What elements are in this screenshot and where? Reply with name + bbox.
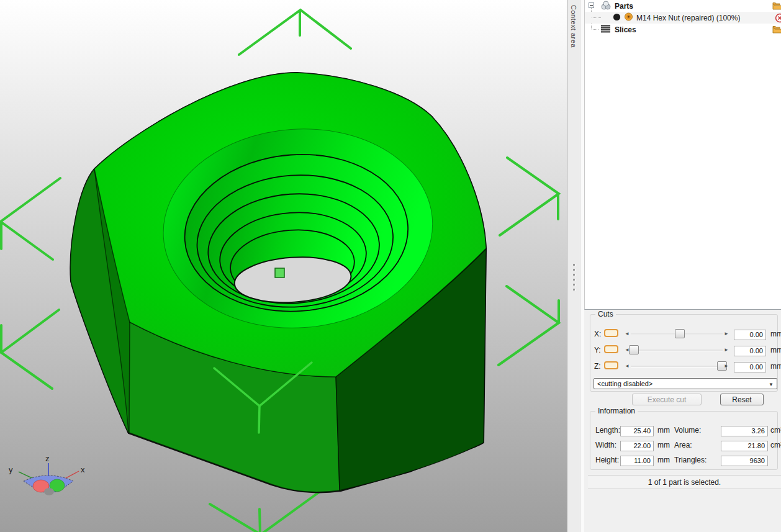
volume-value[interactable] (721, 426, 768, 436)
slices-group-label: Slices (615, 25, 636, 34)
width-unit: mm (657, 441, 670, 449)
splitter-grip[interactable] (573, 264, 575, 291)
tree-row-slices[interactable]: Slices (585, 24, 781, 35)
pivot-marker[interactable] (275, 268, 284, 277)
y-cut-unit: mm (770, 346, 781, 354)
parts-tree[interactable]: Parts (584, 0, 781, 310)
execute-cut-button[interactable]: Execute cut (632, 394, 702, 405)
context-area-strip: Context area (567, 0, 584, 532)
cut-row-y: Y: ◄ ► mm (590, 345, 777, 356)
triangles-label: Triangles: (674, 456, 707, 464)
part-selected-dot-icon[interactable] (613, 13, 621, 23)
z-slider-right-arrow-icon[interactable]: ► (724, 363, 729, 369)
z-axis-label: Z: (594, 362, 601, 371)
parts-group-icon (600, 1, 612, 12)
info-row-2: Width: mm Area: cm² (590, 440, 777, 450)
cutting-mode-value: <cutting disabled> (597, 380, 652, 387)
x-slider-thumb[interactable] (675, 329, 685, 338)
tree-expander-minus-icon[interactable] (589, 2, 594, 8)
cut-row-z: Z: ◄ ► mm (590, 361, 777, 372)
information-title: Information (595, 407, 638, 415)
right-panel: Parts (584, 0, 781, 532)
length-value[interactable] (620, 426, 654, 436)
x-axis-label: X: (594, 330, 601, 338)
3d-viewport[interactable]: z y x (0, 0, 567, 532)
x-cut-unit: mm (770, 330, 781, 338)
cuts-groupbox: Cuts X: ◄ ► mm Y: ◄ (590, 314, 778, 392)
part-visibility-eye-icon[interactable] (624, 12, 633, 23)
z-cut-slider[interactable]: ◄ ► (623, 361, 730, 372)
context-area-label: Context area (570, 5, 577, 48)
information-groupbox: Information Length: mm Volume: cm³ Width… (590, 411, 778, 470)
tree-row-parts[interactable]: Parts (585, 0, 781, 12)
area-value[interactable] (721, 441, 768, 451)
z-cut-value-input[interactable] (734, 362, 766, 372)
y-slider-track[interactable] (631, 349, 723, 351)
chevron-down-icon: ▼ (769, 382, 774, 387)
axis-label-y: y (9, 465, 13, 474)
selection-status-text: 1 of 1 part is selected. (648, 478, 721, 487)
info-row-1: Length: mm Volume: cm³ (590, 425, 777, 435)
volume-label: Volume: (674, 426, 701, 435)
x-cut-slider[interactable]: ◄ ► (623, 328, 730, 340)
area-label: Area: (674, 441, 692, 449)
x-slider-right-arrow-icon[interactable]: ► (724, 331, 729, 337)
x-slider-left-arrow-icon[interactable]: ◄ (625, 331, 630, 337)
z-slider-track[interactable] (631, 366, 723, 367)
netfabb-window: z y x Context area Parts (0, 0, 781, 532)
z-cut-toggle[interactable] (604, 361, 618, 369)
tree-row-part-item[interactable]: M14 Hex Nut (repaired) (100%) (585, 12, 781, 24)
height-unit: mm (657, 456, 670, 464)
part-item-label[interactable]: M14 Hex Nut (repaired) (100%) (636, 14, 740, 22)
y-cut-value-input[interactable] (734, 346, 766, 356)
y-cut-toggle[interactable] (604, 345, 618, 353)
height-value[interactable] (620, 456, 654, 466)
cuts-title: Cuts (595, 310, 616, 318)
volume-unit: cm³ (770, 426, 781, 435)
y-slider-thumb[interactable] (629, 345, 639, 354)
cut-row-x: X: ◄ ► mm (590, 328, 777, 340)
y-cut-slider[interactable]: ◄ ► (623, 345, 730, 356)
x-cut-toggle[interactable] (604, 329, 618, 337)
triangles-value[interactable] (721, 456, 768, 466)
cutting-mode-dropdown[interactable]: <cutting disabled> ▼ (594, 378, 777, 389)
reset-button[interactable]: Reset (720, 394, 764, 405)
z-slider-left-arrow-icon[interactable]: ◄ (625, 363, 630, 369)
panel-splitter[interactable] (580, 0, 584, 532)
length-label: Length: (595, 426, 620, 435)
y-slider-right-arrow-icon[interactable]: ► (724, 347, 729, 353)
area-unit: cm² (770, 441, 781, 449)
width-label: Width: (595, 441, 616, 449)
width-value[interactable] (620, 441, 654, 451)
axis-label-x: x (81, 465, 85, 474)
selection-status-bar: 1 of 1 part is selected. (588, 475, 781, 489)
parts-group-label: Parts (615, 2, 633, 11)
info-row-3: Height: mm Triangles: (590, 454, 777, 465)
axis-label-z: z (45, 454, 50, 463)
slices-stack-icon (600, 24, 612, 35)
add-part-folder-icon[interactable] (772, 1, 781, 12)
y-axis-label: Y: (594, 346, 601, 354)
height-label: Height: (595, 456, 619, 464)
length-unit: mm (657, 426, 670, 435)
add-slice-folder-icon[interactable] (772, 25, 781, 36)
z-cut-unit: mm (770, 362, 781, 371)
x-cut-value-input[interactable] (734, 330, 766, 340)
